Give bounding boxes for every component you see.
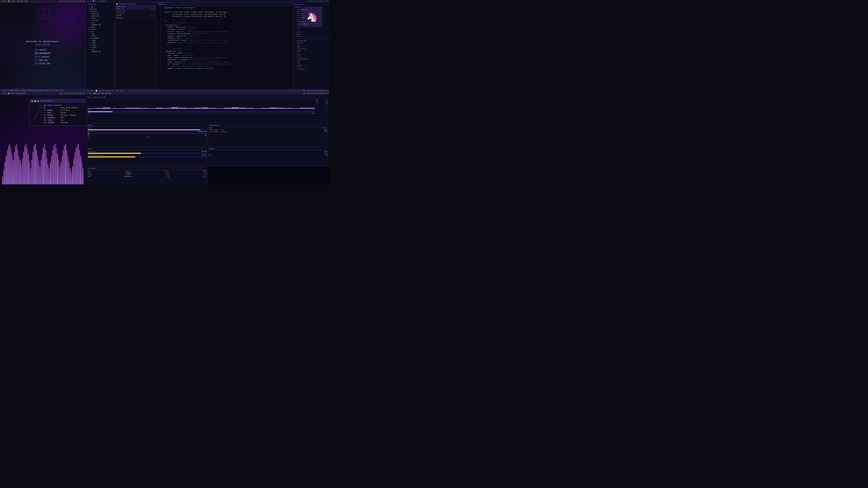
- ft-personal-label: personal: [92, 15, 99, 17]
- qute-ascii-logo: ····················· · ╔═══════════════…: [34, 6, 52, 22]
- outline-nixpkgs-src[interactable]: src: [293, 29, 329, 31]
- outline-username[interactable]: username: [293, 42, 329, 44]
- outline-editor2[interactable]: editor: [293, 66, 329, 68]
- win-min-btn[interactable]: [34, 100, 36, 102]
- code-line-20: 20 # ----- USER SETTINGS ----- #: [156, 48, 293, 50]
- ft-style[interactable]: ▸ style: [86, 46, 115, 48]
- outline-theme[interactable]: theme: [293, 50, 329, 52]
- qute-menu-closetab[interactable]: [x] Close tab: [35, 62, 51, 66]
- qute-menu-history[interactable]: [$ h] History: [35, 55, 51, 59]
- folder-icon: ▾: [89, 31, 90, 33]
- code-line-10: 10 system = "x86_64-linux"; # system arc…: [156, 26, 293, 29]
- viz-bar: [61, 162, 61, 184]
- fm-flakelock[interactable]: Flake.lock 27.5 K: [115, 6, 156, 8]
- ft-wm[interactable]: ▸ wm: [86, 48, 115, 51]
- ft-patches[interactable]: ▸ patches: [86, 8, 115, 10]
- ft-app[interactable]: ▸ app: [86, 33, 115, 35]
- tab-close-icon[interactable]: ×: [166, 4, 167, 5]
- ft-homelab[interactable]: ▸ home.lab: [86, 13, 115, 15]
- viz-bar: [28, 154, 29, 184]
- cpu-graph-bar: [202, 107, 209, 109]
- proc-hyprland[interactable]: 2520 Hyprland 0.35 0.4%: [88, 172, 206, 174]
- ft-git[interactable]: ▸ .git: [86, 6, 115, 8]
- code-line-5: 5 org-nursery, org-yaap, org-side-tree, …: [156, 15, 293, 18]
- viz-bar: [22, 158, 23, 184]
- outline-font[interactable]: font: [293, 62, 329, 64]
- code-line-14: 14 locale = "en_US.UTF-8"; # select loca…: [156, 35, 293, 37]
- fm-flakenix[interactable]: flake.nix 2.26 K: [115, 8, 156, 10]
- ft-themes[interactable]: ▾ themes: [86, 28, 115, 31]
- outline-term[interactable]: term: [293, 60, 329, 62]
- viz-bar: [6, 156, 6, 184]
- viz-bar: [20, 160, 20, 184]
- ram-bar-fill: [88, 129, 200, 130]
- ft-worklab[interactable]: ▸ worklab: [86, 20, 115, 22]
- code-line-4: 4 nix-straight, stylix, blocklist-hosts,…: [156, 13, 293, 15]
- ft-profiles-label: profiles: [90, 11, 97, 12]
- viz-bar: [4, 162, 5, 184]
- ft-readme-profiles[interactable]: ○ README.org: [86, 24, 115, 26]
- outline-spawn2[interactable]: spawnEditor: [293, 68, 329, 70]
- win-close-btn[interactable]: [31, 100, 33, 102]
- cpu-stat-pct: 11: [326, 99, 327, 101]
- win-max-btn[interactable]: [37, 100, 39, 102]
- fm-license[interactable]: LICENSE 34.2 K: [115, 15, 156, 17]
- neo-row-desktop: RI | DESKTOP: hyprland: [44, 122, 86, 124]
- cpu-high: 100%: [312, 113, 315, 114]
- proc-pipewire[interactable]: 3166 pipewire-pu 0.15 0.1%: [88, 176, 206, 177]
- ft-hardware[interactable]: ▸ hardware: [86, 37, 115, 39]
- disk-row-2: /dev/vde-0 /nix/store 503 GB: [88, 154, 206, 156]
- fm-license-size: 34.2 K: [150, 15, 155, 17]
- ft-patches-label: patches: [90, 8, 96, 10]
- neo-row-os: OS: nixos 24.05 (uakari): [44, 107, 86, 109]
- ft-readme-user[interactable]: ○ README.org: [86, 51, 115, 53]
- swap-bar-track: [88, 133, 206, 134]
- fm-installsh[interactable]: install.sh: [115, 12, 156, 15]
- code-line-28: 28 # window manager type (hyprland or x1…: [156, 65, 293, 68]
- fm-readmemd[interactable]: README.md: [115, 17, 156, 19]
- proc-pipewire-cpu: 0.15: [166, 176, 169, 177]
- outline-nixpkgs-name[interactable]: name: [293, 27, 329, 29]
- editor-main-area: 📁 .dotfiles/flake.nix Flake.lock 27.5 K …: [115, 2, 329, 89]
- ft-system[interactable]: ▸ system: [86, 26, 115, 28]
- qute-menu-newtab[interactable]: [t] New tab: [35, 59, 51, 62]
- outline-dotfiles[interactable]: dotfilesDir: [293, 48, 329, 50]
- editor-top-bar: ⊞ Tech 🔋100% ☀20% 🔊100% Sat 2024-03-09 0…: [86, 0, 329, 2]
- editor-vol: 🔊100%: [102, 0, 106, 2]
- ft-personal[interactable]: ▸ personal: [86, 15, 115, 17]
- qute-menu-quickmarks[interactable]: [b] Quickmarks: [35, 52, 51, 55]
- outline-pkgs[interactable]: ▾ pkgs: [293, 33, 329, 35]
- fm-installorg[interactable]: install.org: [115, 10, 156, 12]
- code-line-27: 27 wm = "hyprland"; # selected window ma…: [156, 63, 293, 65]
- tab-flakenix[interactable]: flake.nix ×: [156, 2, 169, 6]
- cpu-time-labels: 60s 0s: [88, 109, 315, 111]
- ft-user[interactable]: ▾ user: [86, 31, 115, 33]
- viz-bar: [55, 144, 55, 184]
- btop-procs-title: Processes: [88, 168, 206, 170]
- proc-emacs[interactable]: 550631 emacs 0.28 0.7%: [88, 174, 206, 175]
- cpu-graph-bar: [163, 108, 171, 109]
- outline-fontpkg[interactable]: fontPkg: [293, 64, 329, 66]
- outline-pkgs-sys[interactable]: system: [293, 35, 329, 37]
- outline-nixpkgs-patches[interactable]: patches: [293, 31, 329, 33]
- outline-defaultroam[interactable]: defaultRoamDir: [293, 58, 329, 60]
- ft-work[interactable]: ▸ work: [86, 17, 115, 20]
- ft-fonts[interactable]: ▸ fonts: [86, 35, 115, 37]
- outline-name[interactable]: name: [293, 44, 329, 46]
- outline-email[interactable]: email: [293, 46, 329, 48]
- fm-header: 📁 .dotfiles/flake.nix: [115, 2, 156, 6]
- outline-usersettings[interactable]: ▾ userSettings: [293, 39, 329, 42]
- btop-cpu-title: CPU ~ 1.53 1.14 0.78: [88, 97, 327, 99]
- proc-emacs-cpu: 0.28: [165, 174, 168, 175]
- ft-pkgs[interactable]: ▸ pkgs: [86, 42, 115, 44]
- ft-profiles[interactable]: ▾ profiles: [86, 10, 115, 13]
- qute-menu-search[interactable]: [o] Search: [35, 48, 51, 52]
- ft-lang[interactable]: ▸ lang: [86, 39, 115, 42]
- outline-wm[interactable]: wm: [293, 52, 329, 54]
- ft-wsl[interactable]: ▸ wsl: [86, 22, 115, 24]
- outline-wmtype[interactable]: wmType: [293, 54, 329, 56]
- proc-hyprland-mem: 0.4%: [203, 172, 206, 174]
- outline-browser[interactable]: browser: [293, 56, 329, 58]
- ft-shell[interactable]: ▸ shell: [86, 44, 115, 46]
- neo-key-kernel: G | KERNEL:: [44, 109, 60, 111]
